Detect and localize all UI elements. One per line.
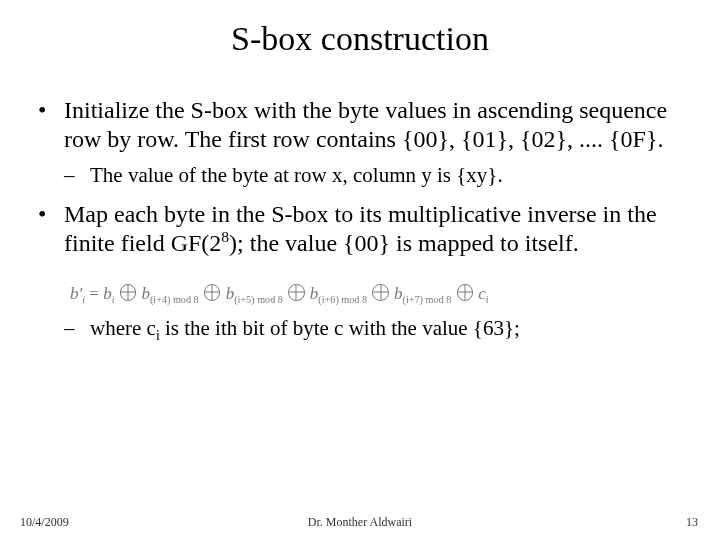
f-t5s: (i+7) mod 8 [403,294,452,305]
formula-block: b′i = bi b(i+4) mod 8 b(i+5) mod 8 b(i+6… [70,277,682,306]
f-t5v: b [394,284,403,303]
f-lhs-var: b [70,284,79,303]
f-t1v: b [103,284,112,303]
bullet-2-sup: 8 [221,228,229,245]
f-t6v: c [478,284,486,303]
bullet-1-sub: The value of the byte at row x, column y… [64,163,682,189]
f-t3s: (i+5) mod 8 [234,294,283,305]
f-t4s: (i+6) mod 8 [318,294,367,305]
bullet-list: Initialize the S-box with the byte value… [38,96,682,342]
f-t2s: (i+4) mod 8 [150,294,199,305]
footer-author: Dr. Monther Aldwairi [0,515,720,530]
bullet-2: Map each byte in the S-box to its multip… [38,200,682,341]
xor-icon [457,284,473,300]
bullet-2-sub-post: is the ith bit of byte c with the value … [160,316,520,340]
bullet-2-sublist: where ci is the ith bit of byte c with t… [64,316,682,342]
f-t3v: b [226,284,235,303]
formula: b′i = bi b(i+4) mod 8 b(i+5) mod 8 b(i+6… [70,284,489,303]
bullet-1-text: Initialize the S-box with the byte value… [64,97,667,152]
xor-icon [288,284,304,300]
f-t2v: b [141,284,150,303]
xor-icon [204,284,220,300]
f-t1s: i [112,294,115,305]
slide-body: Initialize the S-box with the byte value… [0,68,720,342]
xor-icon [372,284,388,300]
f-eq: = [85,284,103,303]
bullet-2-sub-pre: where c [90,316,156,340]
bullet-2-sub: where ci is the ith bit of byte c with t… [64,316,682,342]
footer-page-number: 13 [686,515,698,530]
f-t6s: i [486,294,489,305]
xor-icon [120,284,136,300]
bullet-2-post: ); the value {00} is mapped to itself. [229,230,579,256]
bullet-1-sublist: The value of the byte at row x, column y… [64,163,682,189]
slide: S-box construction Initialize the S-box … [0,0,720,540]
bullet-1: Initialize the S-box with the byte value… [38,96,682,188]
slide-title: S-box construction [0,0,720,68]
bullet-2-text: Map each byte in the S-box to its multip… [64,201,657,256]
